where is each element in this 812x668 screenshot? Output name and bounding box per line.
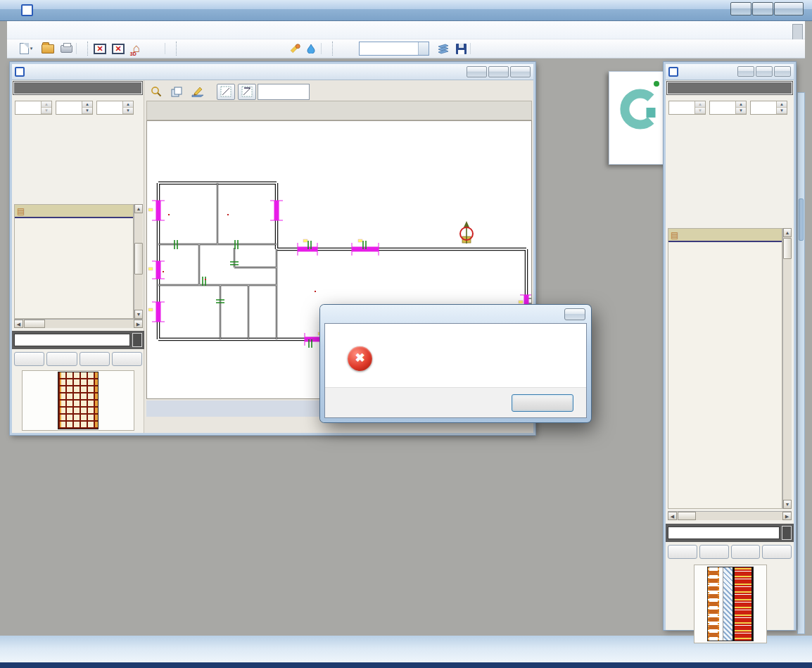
toolbar-overflow-4[interactable] — [470, 43, 478, 54]
confirm-button[interactable] — [80, 352, 110, 366]
wall-search-input[interactable] — [14, 334, 130, 346]
add-button[interactable] — [668, 545, 697, 559]
toolbar-overflow-1[interactable] — [76, 43, 84, 54]
scroll-thumb[interactable] — [678, 512, 696, 520]
error-dialog-close-button[interactable] — [564, 308, 585, 320]
windows-view-button[interactable] — [168, 84, 185, 99]
brush-button[interactable] — [197, 41, 212, 56]
search-button[interactable] — [132, 333, 142, 347]
spinner-down-icon[interactable]: ▼ — [777, 108, 787, 114]
print-button[interactable] — [58, 41, 75, 56]
spinner-down-icon[interactable]: ▼ — [123, 108, 133, 114]
cut-button[interactable] — [270, 41, 286, 56]
new-document-button[interactable]: ▾ — [17, 41, 35, 56]
scroll-right-icon[interactable]: ▶ — [782, 512, 792, 520]
error-dialog-titlebar[interactable] — [324, 305, 587, 323]
program-close-button[interactable] — [774, 66, 791, 77]
scroll-right-icon[interactable]: ▶ — [134, 320, 143, 328]
draw-mode-button[interactable] — [189, 84, 206, 99]
aerial-view-button[interactable] — [146, 41, 163, 56]
length-input[interactable] — [15, 101, 41, 114]
ok-button[interactable] — [512, 394, 573, 412]
thickness-input[interactable] — [56, 101, 82, 114]
remove-button[interactable] — [699, 545, 729, 559]
save-button[interactable] — [453, 41, 469, 56]
scroll-thumb[interactable] — [783, 238, 792, 259]
tp-button[interactable] — [232, 41, 250, 56]
child-close-button[interactable] — [510, 66, 531, 77]
brick-icon: ▤ — [671, 230, 678, 240]
thickness-spinner[interactable]: ▲▼ — [735, 101, 746, 114]
cancel-button[interactable] — [112, 352, 142, 366]
spinner-down-icon[interactable]: ▼ — [42, 108, 51, 114]
open-button[interactable] — [39, 41, 56, 56]
length-spinner[interactable]: ▲▼ — [694, 101, 705, 114]
thickness-input[interactable] — [710, 101, 735, 114]
add-button[interactable] — [14, 352, 44, 366]
redo-button[interactable] — [343, 84, 358, 99]
flashlight-button[interactable] — [287, 41, 303, 56]
minimize-button[interactable] — [730, 2, 751, 15]
fill-tool-button[interactable] — [180, 41, 196, 56]
child-restore-button[interactable] — [488, 66, 509, 77]
spinner-up-icon[interactable]: ▲ — [42, 101, 51, 108]
layers-button[interactable] — [435, 41, 452, 56]
program-list-hscrollbar[interactable]: ◀ ▶ — [668, 511, 792, 520]
spinner-down-icon[interactable]: ▼ — [82, 108, 92, 114]
snap-ortho-button[interactable] — [238, 84, 256, 100]
spinner-up-icon[interactable]: ▲ — [777, 101, 787, 108]
scroll-up-icon[interactable]: ▲ — [134, 204, 143, 213]
scroll-thumb[interactable] — [799, 198, 804, 241]
program-window-titlebar[interactable] — [666, 64, 794, 80]
scroll-thumb[interactable] — [134, 243, 143, 275]
water-drop-button[interactable] — [304, 41, 318, 56]
scroll-left-icon[interactable]: ◀ — [14, 320, 23, 328]
undo-button[interactable] — [323, 84, 338, 99]
view-3d-button[interactable]: ⌂ — [128, 41, 145, 56]
spinner-down-icon[interactable]: ▼ — [736, 108, 746, 114]
main-titlebar[interactable] — [0, 0, 812, 21]
program-minimize-button[interactable] — [737, 66, 754, 77]
thickness-spinner[interactable]: ▲▼ — [82, 101, 92, 114]
height-input[interactable] — [97, 101, 122, 114]
spinner-up-icon[interactable]: ▲ — [695, 101, 705, 108]
height-spinner[interactable]: ▲▼ — [776, 101, 787, 114]
close-window-x-button[interactable] — [91, 41, 108, 56]
maximize-button[interactable] — [752, 2, 773, 15]
height-spinner[interactable]: ▲▼ — [122, 101, 133, 114]
floor-select-combo[interactable] — [359, 42, 429, 56]
close-button[interactable] — [774, 2, 804, 15]
close-all-x-button[interactable] — [110, 41, 127, 56]
spinner-up-icon[interactable]: ▲ — [82, 101, 92, 108]
kv-button[interactable] — [214, 41, 231, 56]
workspace-vscrollbar[interactable] — [797, 92, 805, 634]
remove-button[interactable] — [46, 352, 77, 366]
scroll-down-icon[interactable]: ▼ — [134, 310, 143, 319]
scroll-thumb[interactable] — [24, 320, 45, 328]
scroll-down-icon[interactable]: ▼ — [783, 500, 792, 509]
program-list-vscrollbar[interactable]: ▲ ▼ — [782, 228, 792, 509]
toolbar-overflow-2[interactable] — [165, 43, 172, 54]
toolbar-overflow-3[interactable] — [321, 43, 329, 54]
spinner-up-icon[interactable]: ▲ — [123, 101, 133, 108]
length-spinner[interactable]: ▲▼ — [41, 101, 51, 114]
zoom-button[interactable] — [148, 84, 164, 99]
confirm-button[interactable] — [731, 545, 761, 559]
spinner-down-icon[interactable]: ▼ — [695, 108, 705, 114]
wall-list-header: ▤ — [668, 229, 782, 242]
wall-list-vscrollbar[interactable]: ▲ ▼ — [134, 204, 143, 319]
program-maximize-button[interactable] — [756, 66, 773, 77]
tile-copy-button[interactable] — [252, 41, 269, 56]
length-input[interactable] — [669, 101, 694, 114]
scroll-up-icon[interactable]: ▲ — [783, 228, 792, 237]
scroll-left-icon[interactable]: ◀ — [668, 512, 677, 520]
cancel-button[interactable] — [762, 545, 792, 559]
wall-list-hscrollbar[interactable]: ◀ ▶ — [14, 319, 143, 328]
program-search-button[interactable] — [782, 526, 792, 540]
child-minimize-button[interactable] — [467, 66, 487, 77]
drawing-window-titlebar[interactable] — [12, 64, 533, 80]
height-input[interactable] — [751, 101, 776, 114]
program-search-input[interactable] — [668, 527, 780, 539]
spinner-up-icon[interactable]: ▲ — [736, 101, 746, 108]
snap-mode-button[interactable] — [217, 84, 235, 100]
